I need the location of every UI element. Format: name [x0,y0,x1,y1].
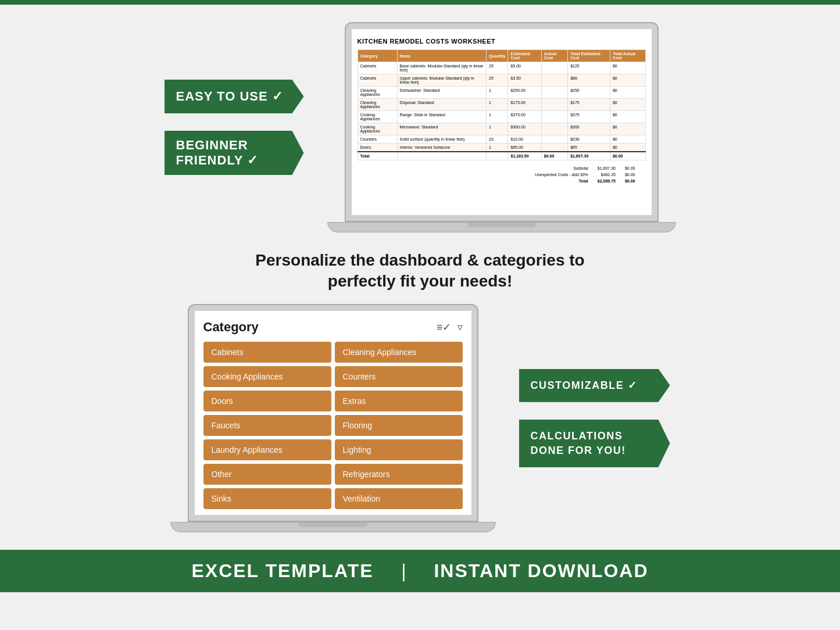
table-cell: $175 [568,99,610,111]
laptop-1-screen-inner: KITCHEN REMODEL COSTS WORKSHEET Category… [352,29,652,215]
table-row: Cleaning AppliancesDisposal: Standard1$1… [358,99,645,111]
table-row: CountersSolid surface (quantity in linea… [358,135,645,144]
table-cell: $230 [568,135,610,144]
right-badges: CUSTOMIZABLE ✓ CALCULATIONS DONE FOR YOU… [519,369,670,468]
category-button[interactable]: Cleaning Appliances [335,342,463,363]
spreadsheet-table: Category Items Quantity Estimated Cost A… [358,49,646,160]
table-cell-total: $0.00 [610,152,645,160]
table-cell: $3.50 [508,74,541,87]
beginner-friendly-badge: BEGINNER FRIENDLY ✓ [165,131,304,175]
table-cell: Microwave: Standard [397,123,487,135]
unexpected-est: $482.25 [593,171,620,178]
table-cell-total [397,152,487,160]
table-cell: $300 [568,123,610,135]
bottom-footer: EXCEL TEMPLATE | INSTANT DOWNLOAD [0,550,840,592]
filter-list-icon[interactable]: ≡✓ [437,321,452,334]
easy-to-use-badge: EASY TO USE ✓ [165,80,304,113]
total-label: Total [530,178,592,184]
category-button[interactable]: Extras [335,391,463,411]
total-actual: $0.00 [620,178,640,184]
table-row: Cooking AppliancesRange: Slide-in Standa… [358,111,645,123]
table-cell [541,87,567,99]
table-cell: 25 [487,62,508,74]
category-button[interactable]: Refrigerators [335,464,463,485]
category-button[interactable]: Faucets [203,415,331,436]
table-cell-total: $1,183.50 [508,152,541,160]
subtotal-label: Subtotal [530,165,592,171]
table-cell: Solid surface (quantity in linear feet) [397,135,487,144]
table-cell: $0 [610,144,645,152]
table-cell: 1 [487,87,508,99]
table-cell: 25 [487,74,508,87]
table-cell-total: Total [358,152,397,160]
table-row: CabinetsBase cabinets: Modular-Standard … [358,62,645,74]
filter-icon[interactable]: ▿ [457,321,463,334]
table-cell: $125 [568,62,610,74]
table-row: DoorsInterior: Veneered Solidcore1$65.00… [358,144,645,152]
table-cell: $250 [568,87,610,99]
table-cell: 1 [487,123,508,135]
category-button[interactable]: Counters [335,366,463,387]
table-cell: $0 [610,135,645,144]
laptop-2-screen-inner: Category ≡✓ ▿ CabinetsCleaning Appliance… [195,311,471,515]
table-cell: Cooking Appliances [358,123,397,135]
table-cell: Disposal: Standard [397,99,487,111]
col-est-cost: Estimated Cost [508,50,541,62]
category-button[interactable]: Ventilation [335,488,463,509]
category-button[interactable]: Cabinets [203,342,331,363]
category-button[interactable]: Cooking Appliances [203,366,331,387]
category-table-container: Category ≡✓ ▿ CabinetsCleaning Appliance… [195,311,471,515]
laptop-2-screen-outer: Category ≡✓ ▿ CabinetsCleaning Appliance… [188,304,478,522]
spreadsheet-title: KITCHEN REMODEL COSTS WORKSHEET [358,38,646,45]
table-cell: Cooking Appliances [358,111,397,123]
table-cell: $5.00 [508,62,541,74]
table-cell: Upper cabinets: Modular-Standard (qty in… [397,74,487,87]
category-button[interactable]: Doors [203,391,331,411]
table-cell: $88 [568,74,610,87]
table-row: CabinetsUpper cabinets: Modular-Standard… [358,74,645,87]
col-category: Category [358,50,397,62]
laptop-1-screen-outer: KITCHEN REMODEL COSTS WORKSHEET Category… [345,22,659,222]
footer-divider: | [391,560,417,582]
table-cell: Dishwasher: Standard [397,87,487,99]
unexpected-label: Unexpected Costs - Add 30% [530,171,592,178]
footer-right: INSTANT DOWNLOAD [434,560,648,582]
table-cell: $0 [610,99,645,111]
category-header: Category ≡✓ ▿ [203,320,463,335]
table-row: Cooking AppliancesMicrowave: Standard1$3… [358,123,645,135]
table-cell: Cleaning Appliances [358,87,397,99]
col-quantity: Quantity [487,50,508,62]
category-title: Category [203,320,259,335]
table-cell-total [487,152,508,160]
col-total-actual: Total Actual Cost [610,50,645,62]
table-cell: Counters [358,135,397,144]
table-cell: Doors [358,144,397,152]
category-button[interactable]: Other [203,464,331,485]
table-cell: $0 [610,111,645,123]
subtotal-est: $1,607.30 [593,165,620,171]
table-cell: $300.00 [508,123,541,135]
table-cell: Cleaning Appliances [358,99,397,111]
table-cell: $0 [610,123,645,135]
spreadsheet: KITCHEN REMODEL COSTS WORKSHEET Category… [352,29,652,190]
subtotal-actual: $0.00 [620,165,640,171]
category-button[interactable]: Laundry Appliances [203,439,331,460]
table-cell: Base cabinets: Modular-Standard (qty in … [397,62,487,74]
table-cell: $0 [610,74,645,87]
category-button[interactable]: Sinks [203,488,331,509]
category-icons: ≡✓ ▿ [437,321,463,334]
table-cell: $0 [610,62,645,74]
category-button[interactable]: Lighting [335,439,463,460]
table-cell: 23 [487,135,508,144]
table-cell: $0 [610,87,645,99]
table-row-total: Total$1,183.50$0.00$1,607.30$0.00 [358,152,645,160]
table-cell: Cabinets [358,74,397,87]
footer-left: EXCEL TEMPLATE [191,560,373,582]
calculations-badge: CALCULATIONS DONE FOR YOU! [519,420,670,467]
table-cell [541,74,567,87]
table-cell [541,135,567,144]
table-cell [541,144,567,152]
table-cell [541,99,567,111]
table-cell: 1 [487,99,508,111]
category-button[interactable]: Flooring [335,415,463,436]
